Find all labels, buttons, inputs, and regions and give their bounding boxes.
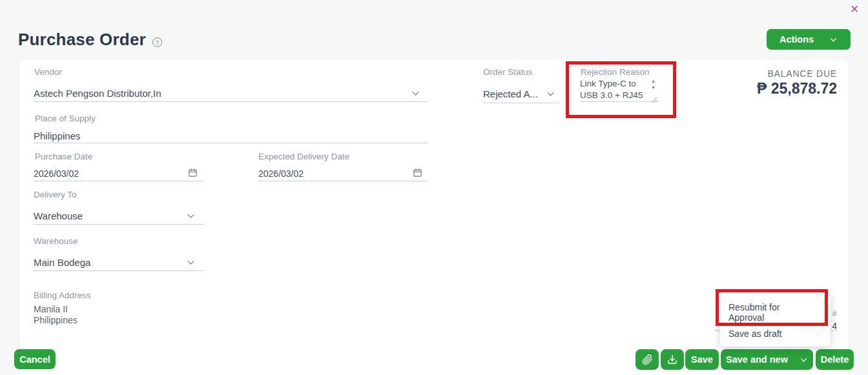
purchase-date-label: Purchase Date (35, 152, 92, 161)
download-button[interactable] (661, 349, 684, 370)
order-status-select[interactable]: Rejected A... (483, 88, 538, 99)
delivery-to-underline (34, 224, 203, 225)
rejection-reason-textarea[interactable]: Link Type-C to USB 3.0 + RJ45 (580, 78, 643, 101)
delete-button[interactable]: Delete (816, 349, 854, 370)
vendor-underline (34, 101, 428, 102)
close-icon[interactable]: ✕ (850, 3, 859, 16)
warehouse-underline (34, 270, 203, 271)
cancel-button[interactable]: Cancel (14, 349, 56, 369)
attachment-button[interactable] (636, 349, 659, 370)
purchase-date-underline (34, 181, 203, 181)
billing-address-label: Billing Address (34, 290, 91, 300)
delete-button-label: Delete (821, 354, 849, 365)
warehouse-chevron-icon[interactable] (186, 258, 196, 270)
place-of-supply-input[interactable]: Philippines (34, 130, 81, 141)
expected-delivery-date-label: Expected Delivery Date (258, 152, 349, 161)
expected-delivery-date-underline (258, 181, 428, 181)
calendar-icon[interactable] (413, 168, 422, 180)
purchase-order-modal: ✕ Purchase Order ? Actions Vendor Astech… (0, 0, 868, 375)
chevron-down-icon (800, 356, 808, 364)
help-icon-glyph: ? (156, 39, 159, 46)
warehouse-select[interactable]: Main Bodega (34, 257, 90, 268)
order-status-label: Order Status (483, 67, 533, 77)
order-status-underline (483, 103, 559, 103)
save-options-menu: Resubmit for Approval Save as draft (720, 292, 831, 347)
delivery-to-select[interactable]: Warehouse (34, 210, 83, 221)
order-status-chevron-icon[interactable] (546, 89, 555, 101)
calendar-icon[interactable] (188, 168, 198, 180)
help-icon[interactable]: ? (152, 37, 162, 47)
balance-due-label: BALANCE DUE (643, 68, 837, 79)
vendor-label: Vendor (34, 67, 62, 77)
save-and-new-button-label: Save and new (726, 354, 788, 365)
purchase-date-input[interactable]: 2026/03/02 (34, 168, 79, 179)
actions-button[interactable]: Actions (767, 29, 851, 50)
delivery-to-chevron-icon[interactable] (186, 211, 196, 223)
save-button[interactable]: Save (685, 349, 719, 370)
rejection-reason-underline (580, 101, 659, 102)
chevron-down-icon (829, 35, 838, 44)
balance-due-amount: ₱ 25,878.72 (643, 80, 837, 97)
vendor-chevron-icon[interactable] (411, 88, 420, 101)
rejection-reason-line2: USB 3.0 + RJ45 (580, 90, 643, 101)
place-of-supply-underline (34, 143, 428, 143)
menu-item-save-as-draft[interactable]: Save as draft (728, 329, 819, 339)
page-title: Purchase Order (18, 30, 146, 50)
delivery-to-label: Delivery To (34, 190, 77, 199)
place-of-supply-label: Place of Supply (35, 114, 96, 123)
billing-address-line1: Manila II (34, 304, 68, 315)
actions-button-label: Actions (780, 34, 814, 45)
billing-address-line2: Philippines (34, 315, 78, 326)
expected-delivery-date-input[interactable]: 2026/03/02 (258, 168, 304, 179)
paperclip-icon (642, 354, 653, 365)
menu-item-resubmit-for-approval[interactable]: Resubmit for Approval (728, 302, 806, 323)
cancel-button-label: Cancel (19, 354, 50, 365)
vendor-select[interactable]: Astech Pengson Distributor,In (34, 88, 161, 99)
warehouse-label: Warehouse (34, 236, 78, 246)
download-icon (667, 354, 677, 365)
rejection-reason-label: Rejection Reason (581, 67, 650, 77)
save-button-label: Save (691, 354, 713, 365)
save-and-new-button[interactable]: Save and new (721, 349, 813, 370)
rejection-reason-line1: Link Type-C to (580, 78, 643, 90)
